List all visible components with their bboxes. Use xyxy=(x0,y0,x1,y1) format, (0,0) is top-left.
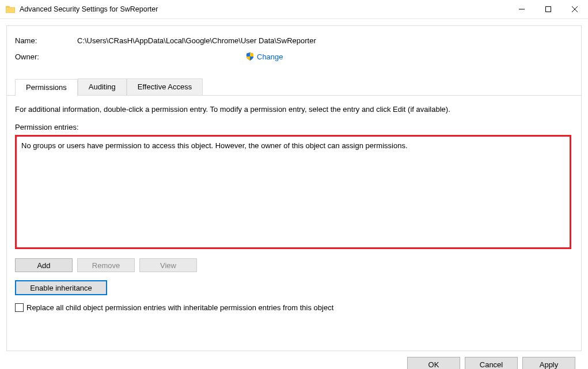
tab-auditing[interactable]: Auditing xyxy=(78,78,127,95)
enable-inheritance-button[interactable]: Enable inheritance xyxy=(15,280,107,295)
replace-all-label: Replace all child object permission entr… xyxy=(26,303,333,312)
instructions-text: For additional information, double-click… xyxy=(15,105,573,114)
owner-label: Owner: xyxy=(15,52,77,61)
svg-line-3 xyxy=(572,6,578,12)
permission-entries-label: Permission entries: xyxy=(15,123,573,131)
title-bar: Advanced Security Settings for SwReporte… xyxy=(0,0,588,19)
shield-icon xyxy=(245,52,255,61)
tab-body: For additional information, double-click… xyxy=(7,96,581,320)
name-row: Name: C:\Users\CRasH\AppData\Local\Googl… xyxy=(15,36,573,45)
maximize-button[interactable] xyxy=(535,0,562,18)
apply-button[interactable]: Apply xyxy=(522,357,575,369)
permission-entries-empty-text: No groups or users have permission to ac… xyxy=(21,141,408,150)
remove-button: Remove xyxy=(77,258,135,272)
dialog-content: Name: C:\Users\CRasH\AppData\Local\Googl… xyxy=(6,25,582,351)
tab-strip: Permissions Auditing Effective Access xyxy=(7,78,581,96)
tab-effective-access[interactable]: Effective Access xyxy=(127,78,203,95)
permission-entries-list[interactable]: No groups or users have permission to ac… xyxy=(15,135,571,249)
view-button: View xyxy=(139,258,197,272)
cancel-button[interactable]: Cancel xyxy=(465,357,518,369)
minimize-button[interactable] xyxy=(509,0,535,18)
window-title: Advanced Security Settings for SwReporte… xyxy=(20,5,509,13)
svg-rect-1 xyxy=(546,7,551,12)
close-button[interactable] xyxy=(562,0,588,18)
add-button[interactable]: Add xyxy=(15,258,73,272)
ok-button[interactable]: OK xyxy=(407,357,460,369)
owner-row: Owner: Change xyxy=(15,52,573,61)
replace-all-checkbox[interactable] xyxy=(15,303,24,312)
tab-permissions[interactable]: Permissions xyxy=(15,79,78,96)
name-value: C:\Users\CRasH\AppData\Local\Google\Chro… xyxy=(77,36,316,45)
svg-line-2 xyxy=(572,6,578,12)
name-label: Name: xyxy=(15,36,77,45)
folder-icon xyxy=(6,5,15,13)
change-owner-link[interactable]: Change xyxy=(257,52,283,61)
dialog-footer: OK Cancel Apply xyxy=(6,351,582,369)
